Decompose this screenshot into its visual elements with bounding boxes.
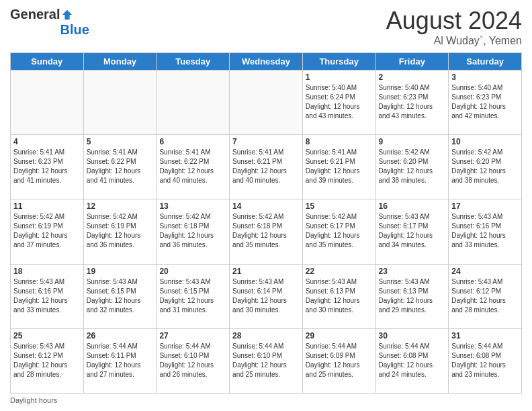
day-info: Sunrise: 5:40 AM Sunset: 6:23 PM Dayligh… bbox=[451, 83, 519, 121]
day-number: 12 bbox=[87, 201, 154, 211]
day-number: 29 bbox=[306, 331, 373, 340]
calendar-header-monday: Monday bbox=[83, 53, 157, 71]
day-info: Sunrise: 5:42 AM Sunset: 6:20 PM Dayligh… bbox=[379, 148, 446, 185]
calendar-cell: 21Sunrise: 5:43 AM Sunset: 6:14 PM Dayli… bbox=[230, 264, 303, 328]
day-number: 9 bbox=[379, 137, 446, 146]
calendar-header-saturday: Saturday bbox=[449, 53, 522, 71]
calendar-cell: 24Sunrise: 5:43 AM Sunset: 6:12 PM Dayli… bbox=[449, 264, 522, 328]
calendar-cell: 16Sunrise: 5:43 AM Sunset: 6:17 PM Dayli… bbox=[375, 199, 449, 264]
day-number: 28 bbox=[232, 331, 300, 340]
day-info: Sunrise: 5:43 AM Sunset: 6:13 PM Dayligh… bbox=[379, 277, 446, 315]
day-info: Sunrise: 5:42 AM Sunset: 6:17 PM Dayligh… bbox=[306, 212, 373, 250]
calendar-week-4: 18Sunrise: 5:43 AM Sunset: 6:16 PM Dayli… bbox=[11, 264, 522, 328]
day-info: Sunrise: 5:40 AM Sunset: 6:23 PM Dayligh… bbox=[379, 83, 446, 121]
day-info: Sunrise: 5:44 AM Sunset: 6:08 PM Dayligh… bbox=[379, 342, 446, 379]
calendar-cell: 31Sunrise: 5:44 AM Sunset: 6:08 PM Dayli… bbox=[449, 328, 522, 393]
day-number: 14 bbox=[232, 201, 300, 211]
day-info: Sunrise: 5:41 AM Sunset: 6:21 PM Dayligh… bbox=[232, 148, 300, 185]
day-info: Sunrise: 5:43 AM Sunset: 6:12 PM Dayligh… bbox=[451, 277, 519, 315]
day-info: Sunrise: 5:44 AM Sunset: 6:10 PM Dayligh… bbox=[232, 342, 300, 379]
calendar-cell: 14Sunrise: 5:42 AM Sunset: 6:18 PM Dayli… bbox=[230, 199, 303, 264]
logo-icon bbox=[61, 9, 73, 21]
day-number: 15 bbox=[306, 201, 373, 211]
day-number: 20 bbox=[159, 267, 226, 276]
day-number: 5 bbox=[87, 137, 154, 146]
calendar-week-3: 11Sunrise: 5:42 AM Sunset: 6:19 PM Dayli… bbox=[11, 199, 522, 264]
day-number: 23 bbox=[379, 267, 446, 276]
calendar-cell: 6Sunrise: 5:41 AM Sunset: 6:22 PM Daylig… bbox=[157, 135, 230, 199]
day-info: Sunrise: 5:43 AM Sunset: 6:12 PM Dayligh… bbox=[13, 342, 81, 379]
day-info: Sunrise: 5:42 AM Sunset: 6:18 PM Dayligh… bbox=[232, 212, 300, 250]
location-title: Al Wuday`, Yemen bbox=[386, 35, 522, 47]
day-info: Sunrise: 5:43 AM Sunset: 6:15 PM Dayligh… bbox=[159, 277, 226, 315]
calendar-cell: 19Sunrise: 5:43 AM Sunset: 6:15 PM Dayli… bbox=[83, 264, 157, 328]
calendar-header-friday: Friday bbox=[375, 53, 449, 71]
day-number: 25 bbox=[13, 331, 81, 340]
calendar-cell: 23Sunrise: 5:43 AM Sunset: 6:13 PM Dayli… bbox=[375, 264, 449, 328]
page: General General Blue August 2024 Al Wuda… bbox=[0, 0, 532, 411]
day-number: 26 bbox=[87, 331, 154, 340]
day-number: 16 bbox=[379, 201, 446, 211]
day-number: 18 bbox=[13, 267, 81, 276]
calendar-cell: 26Sunrise: 5:44 AM Sunset: 6:11 PM Dayli… bbox=[83, 328, 157, 393]
day-info: Sunrise: 5:42 AM Sunset: 6:18 PM Dayligh… bbox=[159, 212, 226, 250]
calendar-cell: 29Sunrise: 5:44 AM Sunset: 6:09 PM Dayli… bbox=[302, 328, 375, 393]
day-number: 19 bbox=[87, 267, 154, 276]
title-area: August 2024 Al Wuday`, Yemen bbox=[386, 7, 522, 47]
calendar-cell: 30Sunrise: 5:44 AM Sunset: 6:08 PM Dayli… bbox=[375, 328, 449, 393]
calendar-cell: 18Sunrise: 5:43 AM Sunset: 6:16 PM Dayli… bbox=[11, 264, 84, 328]
calendar-cell: 10Sunrise: 5:42 AM Sunset: 6:20 PM Dayli… bbox=[449, 135, 522, 199]
day-info: Sunrise: 5:44 AM Sunset: 6:11 PM Dayligh… bbox=[87, 342, 154, 379]
day-number: 8 bbox=[306, 137, 373, 146]
day-number: 17 bbox=[451, 201, 519, 211]
logo-general: General bbox=[10, 7, 60, 22]
day-number: 21 bbox=[232, 267, 300, 276]
day-info: Sunrise: 5:42 AM Sunset: 6:19 PM Dayligh… bbox=[87, 212, 154, 250]
calendar-week-5: 25Sunrise: 5:43 AM Sunset: 6:12 PM Dayli… bbox=[11, 328, 522, 393]
day-info: Sunrise: 5:43 AM Sunset: 6:15 PM Dayligh… bbox=[87, 277, 154, 315]
calendar-header-sunday: Sunday bbox=[11, 53, 84, 71]
logo-blue: Blue bbox=[60, 22, 89, 38]
day-number: 31 bbox=[451, 331, 519, 340]
calendar-cell: 1Sunrise: 5:40 AM Sunset: 6:24 PM Daylig… bbox=[302, 71, 375, 135]
day-number: 2 bbox=[379, 73, 446, 82]
calendar-cell bbox=[157, 71, 230, 135]
header: General General Blue August 2024 Al Wuda… bbox=[10, 7, 522, 47]
day-number: 22 bbox=[306, 267, 373, 276]
day-info: Sunrise: 5:40 AM Sunset: 6:24 PM Dayligh… bbox=[306, 83, 373, 121]
day-number: 3 bbox=[451, 73, 519, 82]
svg-marker-0 bbox=[62, 9, 72, 19]
calendar-cell bbox=[83, 71, 157, 135]
day-info: Sunrise: 5:42 AM Sunset: 6:19 PM Dayligh… bbox=[13, 212, 81, 250]
calendar-cell: 4Sunrise: 5:41 AM Sunset: 6:23 PM Daylig… bbox=[11, 135, 84, 199]
calendar-cell: 5Sunrise: 5:41 AM Sunset: 6:22 PM Daylig… bbox=[83, 135, 157, 199]
day-info: Sunrise: 5:43 AM Sunset: 6:17 PM Dayligh… bbox=[379, 212, 446, 250]
day-number: 7 bbox=[232, 137, 300, 146]
calendar-cell: 7Sunrise: 5:41 AM Sunset: 6:21 PM Daylig… bbox=[230, 135, 303, 199]
day-info: Sunrise: 5:41 AM Sunset: 6:23 PM Dayligh… bbox=[13, 148, 81, 185]
day-number: 1 bbox=[306, 73, 373, 82]
day-number: 10 bbox=[451, 137, 519, 146]
calendar-cell: 12Sunrise: 5:42 AM Sunset: 6:19 PM Dayli… bbox=[83, 199, 157, 264]
calendar-cell bbox=[11, 71, 84, 135]
day-info: Sunrise: 5:41 AM Sunset: 6:22 PM Dayligh… bbox=[159, 148, 226, 185]
day-number: 30 bbox=[379, 331, 446, 340]
day-number: 11 bbox=[13, 201, 81, 211]
day-info: Sunrise: 5:41 AM Sunset: 6:21 PM Dayligh… bbox=[306, 148, 373, 185]
calendar-cell bbox=[230, 71, 303, 135]
calendar-cell: 17Sunrise: 5:43 AM Sunset: 6:16 PM Dayli… bbox=[449, 199, 522, 264]
calendar-cell: 20Sunrise: 5:43 AM Sunset: 6:15 PM Dayli… bbox=[157, 264, 230, 328]
month-year-title: August 2024 bbox=[386, 7, 522, 35]
day-info: Sunrise: 5:43 AM Sunset: 6:16 PM Dayligh… bbox=[13, 277, 81, 315]
day-number: 24 bbox=[451, 267, 519, 276]
calendar-cell: 11Sunrise: 5:42 AM Sunset: 6:19 PM Dayli… bbox=[11, 199, 84, 264]
calendar-cell: 8Sunrise: 5:41 AM Sunset: 6:21 PM Daylig… bbox=[302, 135, 375, 199]
day-number: 27 bbox=[159, 331, 226, 340]
calendar-header-tuesday: Tuesday bbox=[157, 53, 230, 71]
calendar-header-row: SundayMondayTuesdayWednesdayThursdayFrid… bbox=[11, 53, 522, 71]
calendar-week-2: 4Sunrise: 5:41 AM Sunset: 6:23 PM Daylig… bbox=[11, 135, 522, 199]
day-number: 13 bbox=[159, 201, 226, 211]
day-info: Sunrise: 5:44 AM Sunset: 6:08 PM Dayligh… bbox=[451, 342, 519, 379]
day-number: 4 bbox=[13, 137, 81, 146]
day-number: 6 bbox=[159, 137, 226, 146]
